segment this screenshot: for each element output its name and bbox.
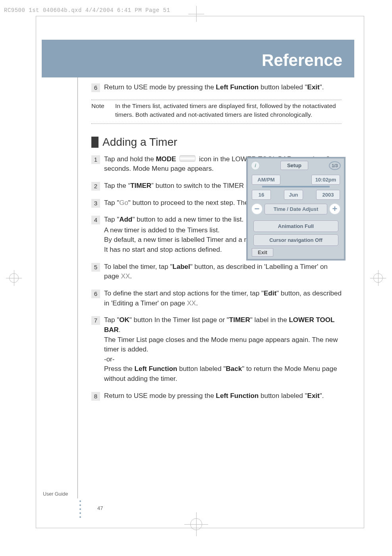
device-adjust-row: − Time / Date Adjust + (248, 202, 344, 218)
step-or: -or- (104, 355, 342, 365)
mode-icon (180, 155, 195, 162)
step-bold: TIMER (130, 182, 151, 189)
step-text: button labeled " (259, 392, 307, 400)
device-cursor-nav-button: Cursor navigation Off (253, 234, 338, 246)
step-text: Return to USE mode by pressing the (104, 392, 216, 400)
info-icon: i (251, 161, 260, 170)
step-body: Return to USE mode by pressing the Left … (104, 83, 342, 93)
section-heading: Adding a Timer (91, 136, 353, 149)
device-adjust-label: Time / Date Adjust (265, 204, 327, 214)
step-bold: Label (172, 263, 190, 270)
divider (91, 100, 342, 100)
step-number: 7 (91, 316, 100, 325)
step-number: 6 (91, 290, 100, 298)
step-text: button labeled " (177, 365, 226, 373)
step-bold: OK (119, 316, 129, 324)
vertical-rule (77, 77, 78, 498)
step-bold: Left Function (216, 83, 259, 91)
content-area: 6 Return to USE mode by pressing the Lef… (79, 79, 353, 408)
step-text: . (130, 272, 132, 280)
registration-mark-left (6, 270, 22, 286)
step-body: Tap "OK" button In the Timer list page o… (104, 315, 342, 384)
step-number: 8 (91, 392, 100, 401)
note-label: Note (91, 102, 115, 120)
step-bold: Left Function (135, 365, 178, 373)
device-screenshot: i Setup 1/3 AM/PM 10:02pm 16 Jun 2003 − … (246, 157, 346, 261)
step-text: ". (320, 83, 324, 91)
print-slug: RC9500 1st 040604b.qxd 4/4/2004 6:41 PM … (4, 7, 170, 14)
step-number: 5 (91, 263, 100, 272)
section-title: Adding a Timer (102, 136, 177, 149)
footer-dots-icon (79, 500, 81, 518)
device-row: 16 Jun 2003 (248, 187, 344, 202)
device-day-value: 16 (252, 190, 271, 200)
step-text: Tap " (104, 216, 119, 223)
plus-icon: + (329, 203, 341, 215)
step-bold: TIMER (229, 316, 250, 324)
chapter-title: Reference (262, 51, 342, 70)
step-bold: MODE (156, 155, 176, 163)
step-body: To define the start and stop actions for… (104, 289, 342, 308)
device-page-indicator: 1/3 (329, 161, 341, 170)
step-number: 2 (91, 182, 100, 191)
note-body: In the Timers list, activated timers are… (115, 102, 342, 120)
step-text: . (119, 326, 121, 334)
step-text: Tap the “ (104, 182, 130, 189)
step-number: 1 (91, 155, 100, 164)
minus-icon: − (251, 203, 263, 215)
step-bold: Edit (264, 290, 276, 297)
step-text: Return to USE mode by pressing the (104, 83, 216, 91)
step-bold: Add (119, 216, 132, 223)
step-text: To label the timer, tap " (104, 263, 172, 270)
step-text: " button In the Timer list page or " (129, 316, 229, 324)
divider (91, 124, 342, 124)
step-number: 4 (91, 216, 100, 224)
step-row: 5 To label the timer, tap "Label" button… (91, 262, 342, 282)
device-month-value: Jun (284, 190, 303, 200)
section-bullet-icon (91, 137, 98, 148)
step-grey: XX (187, 299, 196, 307)
step-row: 6 To define the start and stop actions f… (91, 289, 342, 308)
step-text: To define the start and stop actions for… (104, 290, 264, 297)
device-time-value: 10:02pm (311, 175, 340, 185)
step-text: Tap " (104, 199, 119, 207)
page-number: 47 (97, 505, 103, 511)
step-grey: XX (121, 272, 130, 280)
note-row: Note In the Timers list, activated timer… (91, 102, 342, 120)
step-text: Tap and hold the (104, 155, 156, 163)
registration-mark-right (370, 270, 386, 286)
step-text: Press the (104, 365, 135, 373)
step-number: 6 (91, 83, 100, 92)
step-text: " label in the (250, 316, 289, 324)
device-year-value: 2003 (316, 190, 340, 200)
step-row: 8 Return to USE mode by pressing the Lef… (91, 391, 342, 401)
device-exit-button: Exit (252, 248, 273, 257)
device-row: AM/PM 10:02pm (248, 172, 344, 187)
device-ampm-button: AM/PM (252, 175, 280, 185)
step-bold: Exit (307, 392, 320, 400)
device-animation-button: Animation Full (253, 220, 338, 232)
step-row: 7 Tap "OK" button In the Timer list page… (91, 315, 342, 384)
step-body: To label the timer, tap "Label" button, … (104, 262, 342, 282)
device-title: Setup (280, 161, 308, 170)
step-text: button labeled " (259, 83, 307, 91)
step-text: " button to add a new timer to the list. (132, 216, 243, 223)
step-text: Tap " (104, 316, 119, 324)
footer-doc-title: User Guide (43, 491, 68, 497)
chapter-header: Reference (42, 40, 354, 77)
step-grey: Go (119, 199, 128, 207)
step-para: The Timer List page closes and the Mode … (104, 335, 342, 355)
step-bold: Back (226, 365, 242, 373)
device-header: i Setup 1/3 (248, 158, 344, 172)
step-body: Return to USE mode by pressing the Left … (104, 391, 342, 401)
step-bold: Exit (307, 83, 320, 91)
step-row: 6 Return to USE mode by pressing the Lef… (91, 83, 342, 93)
step-bold: Left Function (216, 392, 259, 400)
step-text: ". (320, 392, 324, 400)
step-number: 3 (91, 199, 100, 208)
step-text: . (196, 299, 198, 307)
